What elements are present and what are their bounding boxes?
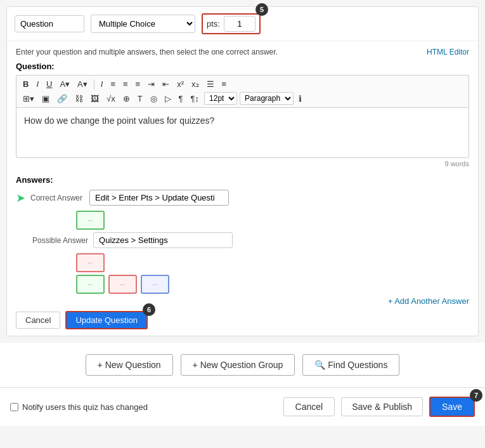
toolbar-row-1: B I U A▾ A▾ I ≡ ≡ ≡ ⇥ ⇤ x² x₂ ☰ ≡ — [20, 78, 465, 90]
teams-button[interactable]: T — [135, 93, 145, 105]
save-badge: 7 — [470, 389, 482, 402]
correct-answer-row: ➤ Correct Answer — [16, 190, 469, 206]
thumb-green-2: ··· — [76, 275, 105, 294]
link-button[interactable]: 🔗 — [55, 93, 70, 105]
possible-answer-thumbs: ··· — [76, 253, 469, 272]
paragraph-select[interactable]: Paragraph — [240, 92, 294, 105]
extra-thumbs-row: ··· ··· ··· — [76, 275, 469, 294]
instruction-text: Enter your question and multiple answers… — [16, 48, 469, 56]
notify-label: Notify users this quiz has changed — [22, 402, 148, 412]
correct-answer-icon: ➤ — [16, 191, 25, 205]
align-right-button[interactable]: ≡ — [133, 78, 143, 90]
embed-button[interactable]: ⊕ — [120, 93, 133, 105]
cancel-button[interactable]: Cancel — [16, 312, 60, 329]
question-section-label: Question: — [16, 62, 469, 71]
save-publish-button[interactable]: Save & Publish — [341, 397, 423, 416]
unordered-list-button[interactable]: ☰ — [204, 78, 217, 90]
info-button[interactable]: ℹ — [296, 93, 304, 105]
italic2-button[interactable]: I — [98, 78, 106, 90]
paragraph-mark-button[interactable]: ¶ — [176, 93, 186, 105]
correct-answer-thumbs: ··· — [76, 211, 469, 230]
answers-label: Answers: — [16, 175, 469, 185]
possible-answer-row: Possible Answer — [16, 232, 469, 248]
indent-button[interactable]: ⇥ — [145, 78, 157, 90]
word-count: 9 words — [16, 160, 469, 168]
italic-button[interactable]: I — [34, 78, 41, 90]
update-question-button[interactable]: Update Question 6 — [65, 311, 148, 329]
possible-answer-label: Possible Answer — [32, 236, 88, 245]
toolbar-row-2: ⊞▾ ▣ 🔗 ⛓ 🖼 √x ⊕ T ◎ ▷ ¶ ¶↕ 12pt Paragrap… — [20, 92, 465, 105]
question-header: Multiple ChoiceTrue/FalseShort AnswerEss… — [7, 7, 478, 41]
indent2-button[interactable]: ¶↕ — [188, 93, 202, 105]
separator-1 — [94, 79, 94, 89]
bottom-toolbar: + New Question + New Question Group 🔍 Fi… — [0, 343, 485, 387]
highlight-button[interactable]: A▾ — [75, 78, 90, 90]
ordered-list-button[interactable]: ≡ — [219, 78, 230, 90]
media2-button[interactable]: ▷ — [162, 93, 174, 105]
subscript-button[interactable]: x₂ — [189, 78, 202, 90]
question-editor-panel: Multiple ChoiceTrue/FalseShort AnswerEss… — [6, 6, 479, 336]
thumb-green-1: ··· — [76, 211, 105, 230]
image-button[interactable]: 🖼 — [88, 93, 101, 105]
outdent-button[interactable]: ⇤ — [160, 78, 172, 90]
pts-label: pts: — [207, 19, 220, 29]
table-button[interactable]: ⊞▾ — [20, 93, 37, 105]
align-left-button[interactable]: ≡ — [108, 78, 118, 90]
possible-answer-input[interactable] — [93, 232, 233, 248]
question-content: How do we change the point values for qu… — [24, 115, 214, 126]
formula-button[interactable]: √x — [104, 93, 118, 105]
html-editor-link[interactable]: HTML Editor — [427, 48, 469, 56]
font-color-button[interactable]: A▾ — [57, 78, 72, 90]
answers-section: Answers: ➤ Correct Answer ··· Possible A… — [16, 175, 469, 329]
bold-button[interactable]: B — [20, 78, 31, 90]
footer-cancel-button[interactable]: Cancel — [283, 397, 335, 416]
thumb-red-2: ··· — [108, 275, 137, 294]
pts-badge: 5 — [255, 3, 268, 16]
question-name-input[interactable] — [15, 15, 84, 32]
unlink-button[interactable]: ⛓ — [72, 93, 86, 105]
add-another-answer-link[interactable]: + Add Another Answer — [16, 296, 469, 306]
find-questions-button[interactable]: 🔍 Find Questions — [302, 354, 399, 376]
superscript-button[interactable]: x² — [174, 78, 186, 90]
thumb-blue-1: ··· — [141, 275, 169, 294]
editor-toolbar: B I U A▾ A▾ I ≡ ≡ ≡ ⇥ ⇤ x² x₂ ☰ ≡ ⊞▾ ▣ 🔗 — [16, 75, 469, 107]
media-button[interactable]: ▣ — [39, 93, 52, 105]
correct-answer-label: Correct Answer — [30, 194, 84, 202]
instruction-row: HTML Editor Enter your question and mult… — [16, 48, 469, 62]
canvas-button[interactable]: ◎ — [148, 93, 160, 105]
footer-actions: Cancel Save & Publish Save 7 — [283, 397, 475, 417]
question-action-buttons: Cancel Update Question 6 — [16, 311, 469, 329]
new-question-button[interactable]: + New Question — [86, 354, 173, 376]
question-editor-area[interactable]: How do we change the point values for qu… — [16, 107, 469, 158]
thumb-red-1: ··· — [76, 253, 105, 272]
question-body: HTML Editor Enter your question and mult… — [7, 41, 478, 336]
notify-checkbox[interactable] — [10, 403, 18, 411]
update-badge: 6 — [143, 303, 155, 316]
correct-answer-input[interactable] — [89, 190, 229, 206]
footer-bar: Notify users this quiz has changed Cance… — [0, 387, 485, 426]
font-size-select[interactable]: 12pt — [204, 92, 237, 105]
align-center-button[interactable]: ≡ — [120, 78, 131, 90]
new-question-group-button[interactable]: + New Question Group — [181, 354, 295, 376]
question-type-select[interactable]: Multiple ChoiceTrue/FalseShort AnswerEss… — [91, 15, 195, 33]
save-button[interactable]: Save 7 — [429, 397, 475, 417]
pts-wrapper: pts: 5 — [202, 13, 261, 34]
underline-button[interactable]: U — [44, 78, 55, 90]
pts-input[interactable] — [224, 16, 255, 32]
